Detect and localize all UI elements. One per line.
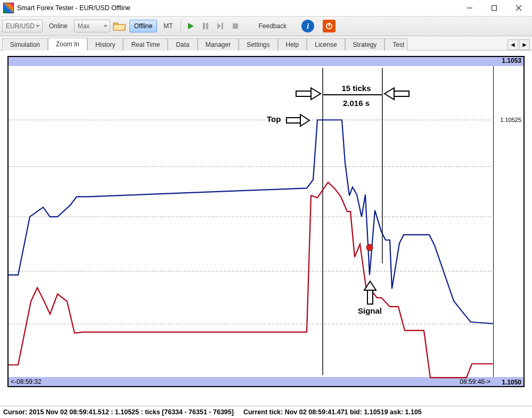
svg-marker-7 xyxy=(217,23,221,29)
online-button[interactable]: Online xyxy=(45,20,72,32)
play-icon[interactable] xyxy=(184,20,197,32)
signal-arrow-icon xyxy=(363,280,378,307)
top-arrow-icon xyxy=(285,113,311,129)
feedback-button[interactable]: Feedback xyxy=(255,20,291,32)
chart-frame: 1.1053 <-08:59:32 08:59:46-> 1.1050 1.10… xyxy=(7,56,525,387)
svg-rect-26 xyxy=(367,290,373,304)
status-current-tick: Current tick: Nov 02 08:59:41.471 bid: 1… xyxy=(243,408,422,416)
status-bar: Cursor: 2015 Nov 02 08:59:41.512 : 1.105… xyxy=(0,406,532,418)
pause-icon[interactable] xyxy=(199,20,212,32)
open-folder-icon[interactable] xyxy=(112,20,127,32)
svg-rect-9 xyxy=(233,23,238,29)
currency-pair-dropdown[interactable]: EUR/USD xyxy=(2,20,43,32)
svg-marker-25 xyxy=(364,281,376,290)
tab-scroll-right-icon[interactable]: ► xyxy=(519,39,530,50)
info-icon[interactable]: i xyxy=(301,20,314,32)
dropdown-value: EUR/USD xyxy=(6,22,35,30)
tab-zoom-in[interactable]: Zoom In xyxy=(48,38,87,51)
toolbar: EUR/USD Online Max Offline MT Feedback i xyxy=(0,16,532,36)
offline-button[interactable]: Offline xyxy=(129,20,157,32)
svg-marker-4 xyxy=(188,23,194,29)
title-bar: Smart Forex Tester - EUR/USD Offline xyxy=(0,0,532,16)
tab-settings[interactable]: Settings xyxy=(239,38,277,51)
tab-manager[interactable]: Manager xyxy=(198,38,239,51)
tick-count-label: 15 ticks xyxy=(325,81,387,95)
close-button[interactable] xyxy=(506,0,531,16)
svg-rect-19 xyxy=(296,91,311,96)
svg-rect-23 xyxy=(287,118,300,123)
timeframe-dropdown[interactable]: Max xyxy=(74,20,110,32)
minimize-button[interactable] xyxy=(457,0,482,16)
series-ask xyxy=(9,120,494,324)
top-label: Top xyxy=(267,114,281,124)
status-cursor: Cursor: 2015 Nov 02 08:59:41.512 : 1.105… xyxy=(3,408,234,416)
svg-marker-24 xyxy=(300,114,309,126)
app-icon xyxy=(3,3,14,13)
signal-label: Signal xyxy=(358,306,382,315)
tab-license[interactable]: License xyxy=(307,38,345,51)
series-bid xyxy=(9,182,494,378)
tab-scroll-left-icon[interactable]: ◄ xyxy=(508,39,518,50)
dropdown-value: Max xyxy=(78,22,90,30)
mt-button[interactable]: MT xyxy=(159,20,177,32)
svg-marker-20 xyxy=(311,88,321,100)
tab-test[interactable]: Test xyxy=(384,38,408,51)
step-forward-icon[interactable] xyxy=(214,20,227,32)
tab-data[interactable]: Data xyxy=(168,38,197,51)
chart-svg xyxy=(9,57,523,386)
tab-simulation[interactable]: Simulation xyxy=(2,38,48,51)
maximize-button[interactable] xyxy=(482,0,506,16)
tick-duration-label: 2.016 s xyxy=(325,96,387,110)
toolbar-separator xyxy=(181,20,181,32)
signal-dot-icon xyxy=(366,244,373,251)
tab-history[interactable]: History xyxy=(87,38,123,51)
svg-rect-8 xyxy=(222,23,223,29)
window-title: Smart Forex Tester - EUR/USD Offline xyxy=(17,4,457,12)
chart-area[interactable]: 1.1053 <-08:59:32 08:59:46-> 1.1050 1.10… xyxy=(2,53,530,402)
tab-strategy[interactable]: Strategy xyxy=(345,38,385,51)
power-icon[interactable] xyxy=(323,20,335,32)
tab-help[interactable]: Help xyxy=(278,38,307,51)
svg-marker-21 xyxy=(384,88,394,100)
stop-icon[interactable] xyxy=(229,20,242,32)
svg-rect-5 xyxy=(203,23,205,29)
tab-real-time[interactable]: Real Time xyxy=(123,38,168,51)
tab-bar: Simulation Zoom In History Real Time Dat… xyxy=(0,36,532,51)
arrow-left-icon xyxy=(383,86,410,103)
svg-rect-6 xyxy=(206,23,208,29)
arrow-right-icon xyxy=(295,86,322,103)
svg-rect-22 xyxy=(394,91,409,96)
svg-rect-1 xyxy=(492,6,497,11)
